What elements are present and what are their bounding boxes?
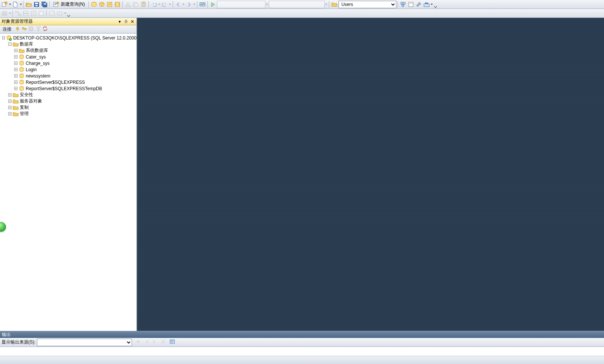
tree-databases-node[interactable]: −数据库 bbox=[1, 41, 136, 47]
connect-button[interactable] bbox=[15, 26, 21, 33]
paste-icon bbox=[141, 1, 147, 7]
tree-db-node[interactable]: +ReportServer$SQLEXPRESS bbox=[1, 79, 136, 85]
panel-pin-icon[interactable] bbox=[123, 19, 129, 24]
activity-monitor-button[interactable] bbox=[199, 1, 206, 8]
expand-toggle[interactable]: + bbox=[14, 87, 18, 90]
expand-toggle[interactable]: + bbox=[8, 93, 12, 96]
output-source-select[interactable] bbox=[37, 339, 132, 346]
registered-servers-button[interactable] bbox=[399, 1, 407, 8]
new-item-dropdown[interactable] bbox=[19, 1, 22, 8]
db-query-icon bbox=[91, 1, 97, 7]
tree-security-node[interactable]: +安全性 bbox=[1, 92, 136, 98]
expand-toggle[interactable]: + bbox=[14, 61, 18, 65]
new-project-button[interactable] bbox=[1, 1, 8, 8]
save-button[interactable] bbox=[33, 1, 40, 8]
tree-db-node[interactable]: +Charge_sys bbox=[1, 60, 136, 66]
svg-rect-38 bbox=[22, 28, 24, 29]
tree-replication-node[interactable]: +复制 bbox=[1, 104, 136, 111]
expand-toggle[interactable]: + bbox=[8, 112, 12, 115]
svg-rect-34 bbox=[39, 11, 44, 16]
database-icon bbox=[19, 79, 25, 85]
new-query-button[interactable]: 新建查询(N) bbox=[51, 1, 87, 8]
svg-rect-35 bbox=[39, 11, 44, 12]
collapse-toggle[interactable]: − bbox=[2, 36, 5, 39]
tree-sysdb-node[interactable]: +系统数据库 bbox=[1, 47, 136, 54]
stop-icon bbox=[28, 26, 34, 32]
new-item-button[interactable] bbox=[12, 1, 19, 8]
tree-db-node[interactable]: +Cater_sys bbox=[1, 54, 136, 60]
copy-icon bbox=[133, 1, 139, 7]
toolbox-button[interactable] bbox=[423, 1, 430, 8]
expand-toggle[interactable]: + bbox=[8, 106, 12, 109]
undo-dropdown bbox=[158, 1, 161, 8]
database-selector[interactable]: Users bbox=[339, 1, 396, 8]
object-explorer-tree[interactable]: −DESKTOP-GCS3QKO\SQLEXPRESS (SQL Server … bbox=[0, 34, 136, 331]
table-icon bbox=[1, 10, 7, 16]
svg-rect-26 bbox=[424, 4, 429, 7]
server-icon bbox=[6, 35, 12, 41]
svg-rect-16 bbox=[135, 3, 138, 7]
open-file-button[interactable] bbox=[25, 1, 32, 8]
diagram-icon bbox=[15, 10, 21, 16]
svg-point-14 bbox=[129, 6, 130, 7]
tb2-btn-3 bbox=[22, 10, 29, 17]
object-explorer-titlebar[interactable]: 对象资源管理器 ▾ ✕ bbox=[0, 18, 136, 25]
out-wordwrap-button[interactable] bbox=[169, 339, 175, 346]
expand-toggle[interactable]: + bbox=[14, 55, 18, 58]
save-all-button[interactable] bbox=[41, 1, 48, 8]
wrench-icon bbox=[416, 1, 422, 7]
output-toolbar: 显示输出来源(S): bbox=[0, 338, 604, 347]
mdx-query-button[interactable] bbox=[98, 1, 106, 8]
results-pane-icon bbox=[38, 10, 44, 16]
filter-icon bbox=[35, 26, 41, 32]
db-engine-query-button[interactable] bbox=[90, 1, 98, 8]
database-icon bbox=[19, 60, 25, 66]
disconnect-button[interactable] bbox=[21, 26, 27, 33]
window-dropdown[interactable] bbox=[431, 1, 433, 8]
expand-toggle[interactable]: + bbox=[14, 49, 18, 52]
open-solution-icon bbox=[331, 1, 337, 7]
properties-window-button[interactable] bbox=[415, 1, 422, 8]
save-all-icon bbox=[41, 1, 47, 7]
tree-serverobjects-node[interactable]: +服务器对象 bbox=[1, 98, 136, 104]
connect-label: 连接 bbox=[1, 26, 13, 32]
folder-icon bbox=[13, 92, 19, 98]
collapse-toggle[interactable]: − bbox=[8, 42, 12, 46]
tree-db-node[interactable]: +ReportServer$SQLEXPRESSTempDB bbox=[1, 85, 136, 92]
tree-server-node[interactable]: −DESKTOP-GCS3QKO\SQLEXPRESS (SQL Server … bbox=[1, 35, 136, 41]
panel-dropdown-icon[interactable]: ▾ bbox=[117, 19, 122, 24]
new-project-dropdown[interactable] bbox=[9, 1, 11, 8]
expand-toggle[interactable]: + bbox=[14, 68, 18, 71]
main-toolbar-1: 新建查询(N) Users bbox=[0, 0, 604, 9]
database-icon bbox=[19, 86, 25, 92]
tree-management-node[interactable]: +管理 bbox=[1, 111, 136, 117]
refresh-button[interactable] bbox=[42, 26, 48, 33]
output-body[interactable] bbox=[0, 347, 604, 356]
out-prev-button bbox=[144, 339, 150, 346]
wordwrap-icon bbox=[169, 339, 175, 345]
find-combo bbox=[217, 1, 265, 8]
nav-fwd-button bbox=[185, 1, 193, 8]
toolbar-overflow-1[interactable] bbox=[434, 1, 437, 8]
panel-close-icon[interactable]: ✕ bbox=[130, 19, 135, 24]
open-solution-button[interactable] bbox=[331, 1, 338, 8]
out-goto-button bbox=[135, 339, 141, 346]
tree-db-node[interactable]: +newssystem bbox=[1, 73, 136, 79]
xmla-query-button[interactable] bbox=[114, 1, 121, 8]
out-clear-button bbox=[160, 339, 166, 346]
expand-toggle[interactable]: + bbox=[8, 99, 12, 103]
tree-db-node[interactable]: +Login bbox=[1, 66, 136, 73]
dmx-query-button[interactable] bbox=[106, 1, 113, 8]
folder-icon bbox=[13, 41, 19, 47]
svg-rect-32 bbox=[23, 14, 28, 16]
expand-toggle[interactable]: + bbox=[14, 80, 18, 84]
svg-rect-15 bbox=[133, 2, 136, 6]
next-msg-icon bbox=[151, 339, 157, 345]
refresh-icon bbox=[42, 26, 48, 32]
output-titlebar[interactable]: 输出 bbox=[0, 331, 604, 338]
expand-toggle[interactable]: + bbox=[14, 74, 18, 77]
svg-rect-24 bbox=[409, 3, 410, 4]
toolbar-overflow-2[interactable] bbox=[67, 10, 70, 17]
svg-rect-7 bbox=[44, 3, 46, 4]
template-explorer-button[interactable] bbox=[407, 1, 415, 8]
